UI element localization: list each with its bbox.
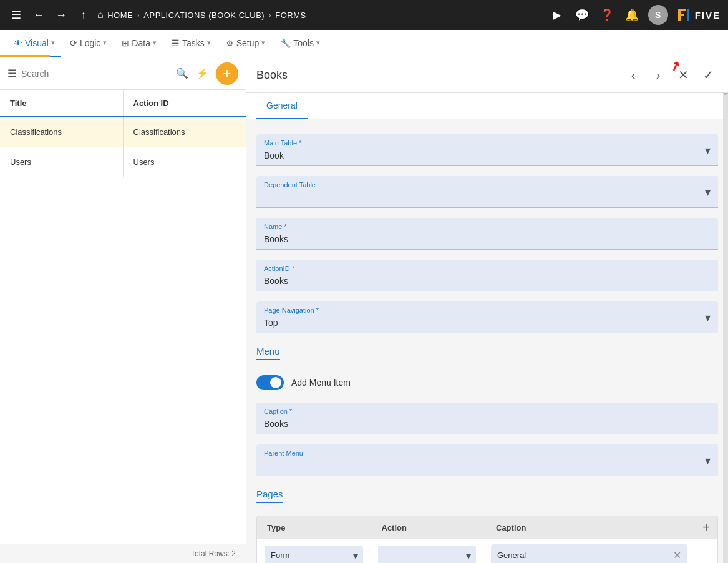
close-button[interactable]: ✕ xyxy=(673,65,693,85)
tab-tools-label: Tools xyxy=(293,38,314,48)
eye-icon: 👁 xyxy=(14,38,22,48)
forward-icon[interactable]: → xyxy=(52,6,70,24)
dependent-table-label: Dependent Table xyxy=(264,181,316,188)
header-actions: ‹ › ↗ ✕ ✓ xyxy=(623,65,718,85)
tab-setup[interactable]: ⚙ Setup ▾ xyxy=(220,30,272,57)
next-nav-button[interactable]: › ↗ xyxy=(648,65,668,85)
breadcrumb-home[interactable]: HOME xyxy=(107,11,133,20)
setup-icon: ⚙ xyxy=(226,38,234,48)
menu-section-title: Menu xyxy=(256,346,280,360)
hamburger-icon[interactable]: ☰ xyxy=(7,6,25,24)
parent-menu-field: Parent Menu ▾ xyxy=(256,444,718,476)
vertical-scrollbar[interactable] xyxy=(723,57,728,563)
toggle-slider xyxy=(256,375,284,390)
page-navigation-field: Page Navigation * Top ▾ xyxy=(256,301,718,333)
sidebar-row-users[interactable]: Users Users xyxy=(0,147,246,177)
add-menu-item-toggle[interactable] xyxy=(256,375,284,390)
main-table-field: Main Table * Book ▾ xyxy=(256,134,718,166)
parent-menu-label: Parent Menu xyxy=(264,449,303,457)
breadcrumb-app[interactable]: APPLICATIONS (BOOK CLUB) xyxy=(143,11,265,20)
content-panel: Books ‹ › ↗ ✕ ✓ General Main Table * xyxy=(246,57,728,563)
visual-chevron-icon: ▾ xyxy=(51,39,55,47)
add-menu-item-row: Add Menu Item xyxy=(256,373,718,393)
content-header: Books ‹ › ↗ ✕ ✓ xyxy=(246,57,728,93)
svg-marker-1 xyxy=(687,9,689,21)
breadcrumb-chevron-2: › xyxy=(268,10,271,20)
tab-general[interactable]: General xyxy=(256,93,308,119)
breadcrumb: ⌂ HOME › APPLICATIONS (BOOK CLUB) › FORM… xyxy=(97,9,306,21)
prev-nav-button[interactable]: ‹ xyxy=(623,65,643,85)
parent-menu-select[interactable] xyxy=(256,444,718,476)
play-icon[interactable]: ▶ xyxy=(548,6,566,24)
tab-tasks[interactable]: ☰ Tasks ▾ xyxy=(165,30,217,57)
dependent-table-select[interactable] xyxy=(256,176,718,208)
dependent-table-wrapper: Dependent Table ▾ xyxy=(256,176,718,208)
sidebar-col-action: Action ID xyxy=(124,90,246,116)
home-icon: ⌂ xyxy=(97,9,104,21)
five-logo: FIVE xyxy=(676,6,721,24)
pages-cell-action: ▾ xyxy=(371,541,484,563)
search-icon[interactable]: 🔍 xyxy=(176,67,188,79)
breadcrumb-forms[interactable]: FORMS xyxy=(275,11,306,20)
action-id-input[interactable] xyxy=(256,260,718,291)
page-navigation-select[interactable]: Top xyxy=(256,301,718,333)
tools-chevron-icon: ▾ xyxy=(316,39,320,47)
pages-table-header: Type Action Caption + xyxy=(256,516,718,539)
name-input[interactable] xyxy=(256,218,718,250)
type-select[interactable]: Form xyxy=(265,546,363,563)
caption-field: Caption * xyxy=(256,403,718,434)
add-button[interactable]: + xyxy=(216,62,238,85)
parent-menu-wrapper: Parent Menu ▾ xyxy=(256,444,718,476)
name-field: Name * xyxy=(256,218,718,250)
grid-icon: ⊞ xyxy=(122,38,129,48)
sidebar-col-title: Title xyxy=(0,90,124,116)
sidebar: ☰ 🔍 ⚡ + Title Action ID Classifications … xyxy=(0,57,246,563)
tab-logic-label: Logic xyxy=(80,38,100,48)
sidebar-footer: Total Rows: 2 xyxy=(0,544,246,563)
page-navigation-wrapper: Page Navigation * Top ▾ xyxy=(256,301,718,333)
caption-text-input[interactable] xyxy=(497,551,668,560)
tasks-chevron-icon: ▾ xyxy=(207,39,211,47)
confirm-button[interactable]: ✓ xyxy=(698,65,718,85)
caption-input[interactable] xyxy=(256,403,718,434)
sidebar-cell-action-2: Users xyxy=(124,147,246,177)
back-icon[interactable]: ← xyxy=(30,6,47,24)
content-tabs: General xyxy=(246,93,728,119)
pages-col-action: Action xyxy=(372,517,487,539)
sidebar-row-classifications[interactable]: Classifications Classifications xyxy=(0,117,246,147)
search-input[interactable] xyxy=(21,69,171,79)
flash-icon[interactable]: ⚡ xyxy=(193,65,211,82)
user-avatar[interactable]: S xyxy=(648,5,668,25)
pages-section-title: Pages xyxy=(256,489,283,503)
sidebar-table-header: Title Action ID xyxy=(0,90,246,117)
tab-data-label: Data xyxy=(132,38,150,48)
sidebar-cell-title-2: Users xyxy=(0,147,124,177)
sidebar-cell-title-1: Classifications xyxy=(0,117,124,147)
action-select[interactable] xyxy=(378,546,477,563)
caption-clear-icon[interactable]: ✕ xyxy=(673,549,681,561)
menu-section-header: Menu xyxy=(256,343,718,363)
tools-icon: 🔧 xyxy=(280,38,291,48)
pages-add-button[interactable]: + xyxy=(695,516,717,539)
breadcrumb-chevron-1: › xyxy=(137,10,140,20)
tab-tools[interactable]: 🔧 Tools ▾ xyxy=(274,30,326,57)
setup-chevron-icon: ▾ xyxy=(261,39,265,47)
dependent-table-field: Dependent Table ▾ xyxy=(256,176,718,208)
chat-icon[interactable]: 💬 xyxy=(573,6,591,24)
main-table-select[interactable]: Book xyxy=(256,134,718,166)
tab-visual[interactable]: 👁 Visual ▾ xyxy=(7,30,61,57)
pages-section-header: Pages xyxy=(256,486,718,506)
up-icon[interactable]: ↑ xyxy=(75,6,92,24)
notifications-icon[interactable]: 🔔 xyxy=(623,6,641,24)
name-label: Name * xyxy=(264,223,287,230)
tab-logic[interactable]: ⟳ Logic ▾ xyxy=(64,30,113,57)
filter-icon[interactable]: ☰ xyxy=(7,67,16,79)
tab-data[interactable]: ⊞ Data ▾ xyxy=(115,30,163,57)
data-chevron-icon: ▾ xyxy=(153,39,157,47)
pages-table-row: Form ▾ ▾ xyxy=(256,539,718,563)
main-layout: ☰ 🔍 ⚡ + Title Action ID Classifications … xyxy=(0,57,728,563)
toggle-label: Add Menu Item xyxy=(291,378,351,388)
tab-tasks-label: Tasks xyxy=(182,38,205,48)
help-icon[interactable]: ❓ xyxy=(598,6,616,24)
second-nav-bar: 👁 Visual ▾ ⟳ Logic ▾ ⊞ Data ▾ ☰ Tasks ▾ … xyxy=(0,30,728,57)
